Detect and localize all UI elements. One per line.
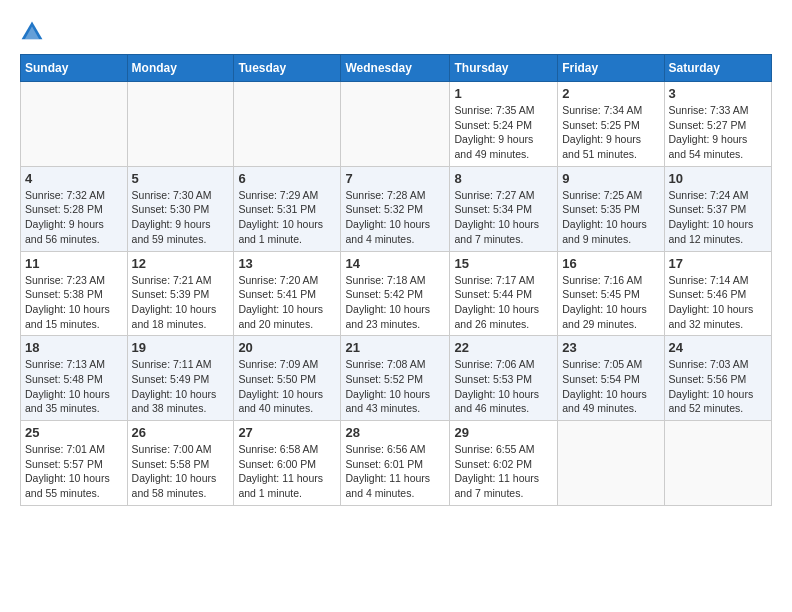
day-number: 6 <box>238 171 336 186</box>
calendar-cell: 2Sunrise: 7:34 AMSunset: 5:25 PMDaylight… <box>558 82 664 167</box>
day-info: Sunrise: 7:28 AMSunset: 5:32 PMDaylight:… <box>345 188 445 247</box>
calendar-cell <box>21 82 128 167</box>
calendar-cell: 21Sunrise: 7:08 AMSunset: 5:52 PMDayligh… <box>341 336 450 421</box>
day-number: 20 <box>238 340 336 355</box>
calendar-week-row: 11Sunrise: 7:23 AMSunset: 5:38 PMDayligh… <box>21 251 772 336</box>
day-number: 22 <box>454 340 553 355</box>
day-info: Sunrise: 7:00 AMSunset: 5:58 PMDaylight:… <box>132 442 230 501</box>
calendar-cell: 8Sunrise: 7:27 AMSunset: 5:34 PMDaylight… <box>450 166 558 251</box>
day-info: Sunrise: 7:18 AMSunset: 5:42 PMDaylight:… <box>345 273 445 332</box>
calendar-cell: 6Sunrise: 7:29 AMSunset: 5:31 PMDaylight… <box>234 166 341 251</box>
day-number: 29 <box>454 425 553 440</box>
weekday-header-friday: Friday <box>558 55 664 82</box>
day-info: Sunrise: 6:58 AMSunset: 6:00 PMDaylight:… <box>238 442 336 501</box>
day-info: Sunrise: 7:17 AMSunset: 5:44 PMDaylight:… <box>454 273 553 332</box>
day-number: 12 <box>132 256 230 271</box>
calendar-cell: 5Sunrise: 7:30 AMSunset: 5:30 PMDaylight… <box>127 166 234 251</box>
weekday-header-thursday: Thursday <box>450 55 558 82</box>
calendar-cell: 25Sunrise: 7:01 AMSunset: 5:57 PMDayligh… <box>21 421 128 506</box>
calendar-cell <box>127 82 234 167</box>
day-number: 1 <box>454 86 553 101</box>
day-number: 3 <box>669 86 767 101</box>
day-number: 7 <box>345 171 445 186</box>
day-info: Sunrise: 7:08 AMSunset: 5:52 PMDaylight:… <box>345 357 445 416</box>
weekday-header-tuesday: Tuesday <box>234 55 341 82</box>
calendar-cell: 10Sunrise: 7:24 AMSunset: 5:37 PMDayligh… <box>664 166 771 251</box>
calendar-cell <box>341 82 450 167</box>
day-number: 23 <box>562 340 659 355</box>
day-info: Sunrise: 7:06 AMSunset: 5:53 PMDaylight:… <box>454 357 553 416</box>
day-info: Sunrise: 7:25 AMSunset: 5:35 PMDaylight:… <box>562 188 659 247</box>
calendar-cell <box>558 421 664 506</box>
header <box>20 20 772 44</box>
day-number: 26 <box>132 425 230 440</box>
day-info: Sunrise: 7:20 AMSunset: 5:41 PMDaylight:… <box>238 273 336 332</box>
calendar-cell: 11Sunrise: 7:23 AMSunset: 5:38 PMDayligh… <box>21 251 128 336</box>
calendar-cell: 23Sunrise: 7:05 AMSunset: 5:54 PMDayligh… <box>558 336 664 421</box>
calendar-cell: 3Sunrise: 7:33 AMSunset: 5:27 PMDaylight… <box>664 82 771 167</box>
day-number: 28 <box>345 425 445 440</box>
day-info: Sunrise: 7:01 AMSunset: 5:57 PMDaylight:… <box>25 442 123 501</box>
logo-icon <box>20 20 44 44</box>
day-info: Sunrise: 7:35 AMSunset: 5:24 PMDaylight:… <box>454 103 553 162</box>
day-info: Sunrise: 7:13 AMSunset: 5:48 PMDaylight:… <box>25 357 123 416</box>
day-number: 11 <box>25 256 123 271</box>
day-info: Sunrise: 6:55 AMSunset: 6:02 PMDaylight:… <box>454 442 553 501</box>
day-info: Sunrise: 7:11 AMSunset: 5:49 PMDaylight:… <box>132 357 230 416</box>
calendar-cell: 19Sunrise: 7:11 AMSunset: 5:49 PMDayligh… <box>127 336 234 421</box>
weekday-header-wednesday: Wednesday <box>341 55 450 82</box>
calendar-cell <box>234 82 341 167</box>
calendar-cell: 14Sunrise: 7:18 AMSunset: 5:42 PMDayligh… <box>341 251 450 336</box>
day-info: Sunrise: 7:30 AMSunset: 5:30 PMDaylight:… <box>132 188 230 247</box>
day-number: 14 <box>345 256 445 271</box>
day-number: 16 <box>562 256 659 271</box>
calendar-week-row: 25Sunrise: 7:01 AMSunset: 5:57 PMDayligh… <box>21 421 772 506</box>
calendar-cell: 7Sunrise: 7:28 AMSunset: 5:32 PMDaylight… <box>341 166 450 251</box>
weekday-header-monday: Monday <box>127 55 234 82</box>
day-number: 10 <box>669 171 767 186</box>
day-info: Sunrise: 7:14 AMSunset: 5:46 PMDaylight:… <box>669 273 767 332</box>
weekday-header-saturday: Saturday <box>664 55 771 82</box>
day-info: Sunrise: 6:56 AMSunset: 6:01 PMDaylight:… <box>345 442 445 501</box>
calendar-cell: 17Sunrise: 7:14 AMSunset: 5:46 PMDayligh… <box>664 251 771 336</box>
calendar-cell: 29Sunrise: 6:55 AMSunset: 6:02 PMDayligh… <box>450 421 558 506</box>
day-info: Sunrise: 7:09 AMSunset: 5:50 PMDaylight:… <box>238 357 336 416</box>
calendar-cell: 16Sunrise: 7:16 AMSunset: 5:45 PMDayligh… <box>558 251 664 336</box>
calendar-cell: 12Sunrise: 7:21 AMSunset: 5:39 PMDayligh… <box>127 251 234 336</box>
weekday-header-row: SundayMondayTuesdayWednesdayThursdayFrid… <box>21 55 772 82</box>
day-number: 13 <box>238 256 336 271</box>
calendar-cell: 26Sunrise: 7:00 AMSunset: 5:58 PMDayligh… <box>127 421 234 506</box>
calendar-week-row: 4Sunrise: 7:32 AMSunset: 5:28 PMDaylight… <box>21 166 772 251</box>
day-number: 24 <box>669 340 767 355</box>
calendar-cell: 9Sunrise: 7:25 AMSunset: 5:35 PMDaylight… <box>558 166 664 251</box>
day-number: 17 <box>669 256 767 271</box>
day-info: Sunrise: 7:29 AMSunset: 5:31 PMDaylight:… <box>238 188 336 247</box>
calendar-week-row: 1Sunrise: 7:35 AMSunset: 5:24 PMDaylight… <box>21 82 772 167</box>
day-info: Sunrise: 7:33 AMSunset: 5:27 PMDaylight:… <box>669 103 767 162</box>
day-info: Sunrise: 7:34 AMSunset: 5:25 PMDaylight:… <box>562 103 659 162</box>
calendar-cell: 28Sunrise: 6:56 AMSunset: 6:01 PMDayligh… <box>341 421 450 506</box>
day-number: 25 <box>25 425 123 440</box>
day-info: Sunrise: 7:32 AMSunset: 5:28 PMDaylight:… <box>25 188 123 247</box>
day-info: Sunrise: 7:03 AMSunset: 5:56 PMDaylight:… <box>669 357 767 416</box>
day-number: 9 <box>562 171 659 186</box>
day-number: 8 <box>454 171 553 186</box>
calendar-cell: 18Sunrise: 7:13 AMSunset: 5:48 PMDayligh… <box>21 336 128 421</box>
calendar-cell: 22Sunrise: 7:06 AMSunset: 5:53 PMDayligh… <box>450 336 558 421</box>
day-number: 2 <box>562 86 659 101</box>
day-info: Sunrise: 7:27 AMSunset: 5:34 PMDaylight:… <box>454 188 553 247</box>
calendar-week-row: 18Sunrise: 7:13 AMSunset: 5:48 PMDayligh… <box>21 336 772 421</box>
calendar-cell: 4Sunrise: 7:32 AMSunset: 5:28 PMDaylight… <box>21 166 128 251</box>
calendar-cell <box>664 421 771 506</box>
day-info: Sunrise: 7:24 AMSunset: 5:37 PMDaylight:… <box>669 188 767 247</box>
day-number: 27 <box>238 425 336 440</box>
calendar-cell: 27Sunrise: 6:58 AMSunset: 6:00 PMDayligh… <box>234 421 341 506</box>
day-number: 18 <box>25 340 123 355</box>
day-info: Sunrise: 7:05 AMSunset: 5:54 PMDaylight:… <box>562 357 659 416</box>
logo <box>20 20 48 44</box>
day-number: 5 <box>132 171 230 186</box>
day-info: Sunrise: 7:21 AMSunset: 5:39 PMDaylight:… <box>132 273 230 332</box>
day-number: 15 <box>454 256 553 271</box>
day-number: 4 <box>25 171 123 186</box>
calendar-cell: 20Sunrise: 7:09 AMSunset: 5:50 PMDayligh… <box>234 336 341 421</box>
